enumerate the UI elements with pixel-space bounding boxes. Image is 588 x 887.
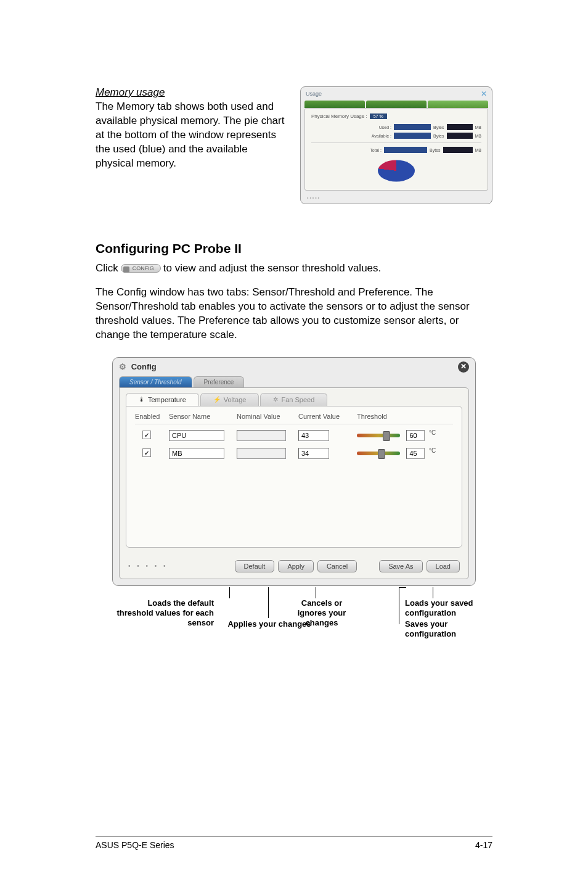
tab-fan-speed[interactable]: ✲ Fan Speed: [260, 393, 327, 406]
default-button[interactable]: Default: [235, 560, 275, 572]
usage-tab-active[interactable]: [428, 101, 488, 108]
tab-sensor-threshold[interactable]: Sensor / Threshold: [119, 376, 192, 387]
footer-left: ASUS P5Q-E Series: [96, 840, 174, 850]
apply-button[interactable]: Apply: [278, 560, 314, 572]
available-value-bar: [394, 133, 431, 139]
mb-label: MB: [475, 134, 482, 138]
sensor-row: ✔ °C: [135, 447, 453, 459]
usage-percent: 57 %: [370, 113, 387, 119]
resize-grip: • • • • •: [128, 563, 168, 569]
config-window-title: Config: [131, 362, 157, 371]
memory-usage-heading: Memory usage: [96, 86, 288, 99]
click-text-after: to view and adjust the sensor threshold …: [163, 262, 381, 274]
usage-panel-header-label: Physical Memory Usage :: [311, 113, 367, 119]
unit-label: °C: [429, 429, 436, 436]
unit-label: °C: [429, 447, 436, 454]
current-value-input: [298, 430, 329, 441]
annotation-cancel: Cancels or ignores your changes: [288, 598, 356, 629]
config-window: ⚙ Config ✕ Sensor / Threshold Preference…: [112, 357, 476, 586]
tab-voltage[interactable]: ⚡ Voltage: [200, 393, 259, 406]
usage-tab[interactable]: [304, 101, 365, 108]
threshold-input[interactable]: [406, 448, 425, 459]
available-mb-bar: [447, 133, 473, 139]
cancel-button[interactable]: Cancel: [317, 560, 357, 572]
configuring-heading: Configuring PC Probe II: [96, 241, 492, 256]
tab-temperature-label: Temperature: [148, 396, 186, 403]
used-value-bar: [394, 124, 431, 130]
annotation-load: Loads your saved configuration: [405, 598, 497, 619]
nominal-input: [237, 448, 286, 459]
mb-label: MB: [475, 148, 482, 152]
gear-icon: ⚙: [119, 362, 126, 371]
used-label: Used :: [379, 125, 391, 130]
threshold-slider[interactable]: [357, 452, 400, 455]
total-value-bar: [384, 147, 427, 153]
available-label: Available :: [372, 134, 391, 138]
tab-temperature[interactable]: 🌡 Temperature: [126, 393, 199, 406]
close-icon[interactable]: ✕: [458, 361, 469, 373]
tab-voltage-label: Voltage: [224, 396, 247, 403]
fan-icon: ✲: [273, 396, 278, 403]
annotation-save: Saves your configuration: [405, 619, 497, 640]
memory-usage-body: The Memory tab shows both used and avail…: [96, 100, 288, 171]
voltage-icon: ⚡: [213, 396, 221, 403]
annotation-default: Loads the default threshold values for e…: [109, 598, 214, 629]
usage-tab[interactable]: [366, 101, 427, 108]
used-mb-bar: [447, 124, 473, 130]
usage-window-title: Usage: [306, 91, 322, 97]
col-enabled: Enabled: [135, 413, 169, 420]
usage-footer-dots: • • • • •: [301, 194, 492, 204]
click-text-before: Click: [96, 262, 118, 274]
config-button-inline[interactable]: CONFIG: [121, 264, 161, 273]
sensor-name-input[interactable]: [169, 448, 224, 459]
close-icon[interactable]: ✕: [481, 89, 487, 98]
usage-tabs: [301, 101, 492, 108]
col-threshold: Threshold: [357, 413, 453, 420]
col-current: Current Value: [298, 413, 357, 420]
memory-pie-chart: [378, 160, 415, 182]
save-as-button[interactable]: Save As: [379, 560, 422, 572]
sensor-name-input[interactable]: [169, 430, 224, 441]
tab-fan-label: Fan Speed: [281, 396, 314, 403]
total-label: Total :: [370, 148, 382, 152]
enabled-checkbox[interactable]: ✔: [142, 431, 151, 439]
footer-right: 4-17: [475, 840, 492, 850]
load-button[interactable]: Load: [427, 560, 460, 572]
thermometer-icon: 🌡: [139, 396, 145, 403]
enabled-checkbox[interactable]: ✔: [142, 448, 151, 457]
nominal-input: [237, 430, 286, 441]
total-mb-bar: [443, 147, 473, 153]
threshold-slider[interactable]: [357, 434, 400, 437]
config-paragraph: The Config window has two tabs: Sensor/T…: [96, 286, 492, 342]
col-nominal: Nominal Value: [237, 413, 298, 420]
bytes-label: Bytes: [430, 148, 441, 152]
bytes-label: Bytes: [433, 134, 444, 138]
sensor-table-header: Enabled Sensor Name Nominal Value Curren…: [135, 413, 453, 424]
col-sensor-name: Sensor Name: [169, 413, 237, 420]
usage-window: Usage ✕ Physical Memory Usage : 57 % Use…: [300, 86, 492, 204]
bytes-label: Bytes: [433, 125, 444, 130]
sensor-row: ✔ °C: [135, 429, 453, 441]
threshold-input[interactable]: [406, 430, 425, 441]
mb-label: MB: [475, 125, 482, 130]
current-value-input: [298, 448, 329, 459]
tab-preference[interactable]: Preference: [194, 376, 245, 387]
